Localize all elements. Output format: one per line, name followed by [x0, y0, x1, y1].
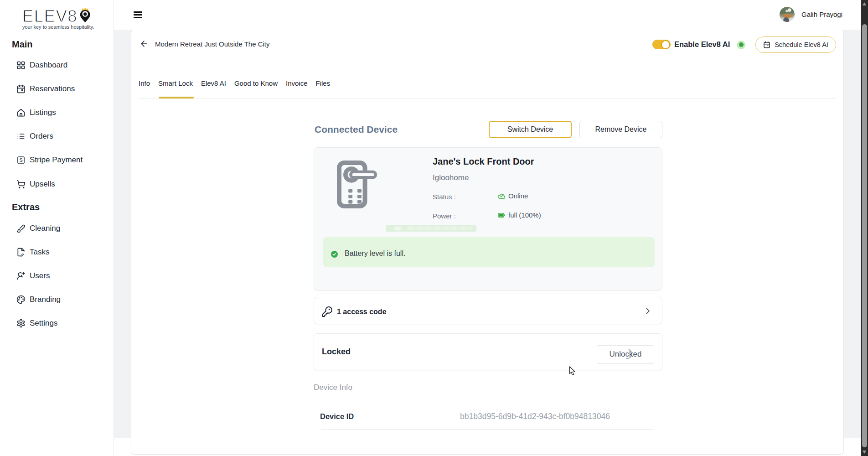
svg-text:S: S — [19, 157, 22, 163]
